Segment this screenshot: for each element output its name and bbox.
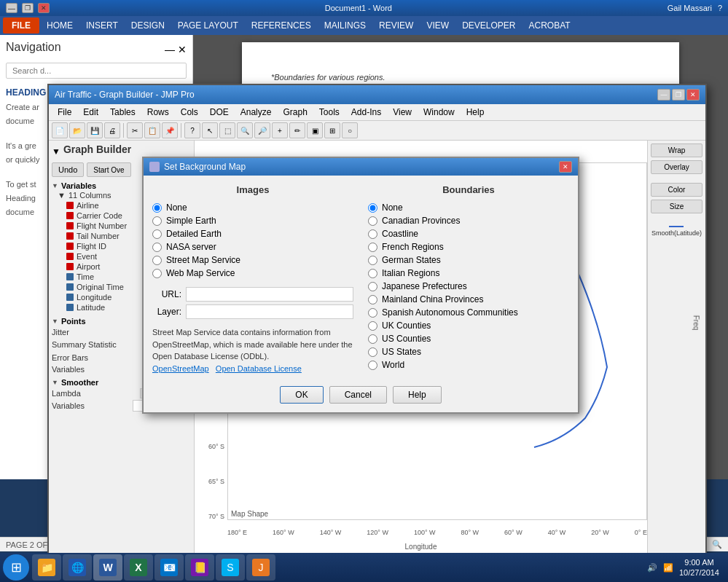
radio-spanish-communities[interactable]: Spanish Autonomous Communities [368, 307, 569, 318]
taskbar-jmp[interactable]: J [246, 554, 275, 581]
arrow-tool[interactable]: ↖ [202, 122, 218, 138]
jmp-rows-menu[interactable]: Rows [141, 106, 175, 119]
close-btn-os[interactable]: ✕ [38, 3, 50, 13]
ok-button[interactable]: OK [280, 386, 323, 404]
restore-btn[interactable]: ❐ [22, 3, 34, 13]
radio-web-map[interactable]: Web Map Service [152, 268, 353, 278]
radio-street-map[interactable]: Street Map Service [152, 255, 353, 265]
paste-btn[interactable]: 📌 [162, 122, 178, 138]
taskbar-ie[interactable]: 🌐 [63, 554, 92, 581]
radio-uk-counties[interactable]: UK Counties [368, 321, 569, 331]
circle-btn[interactable]: ○ [342, 122, 358, 138]
undo-btn[interactable]: Undo [52, 162, 84, 177]
radio-italian-regions[interactable]: Italian Regions [368, 268, 569, 278]
taskbar-explorer[interactable]: 📁 [32, 554, 61, 581]
jmp-analyze-menu[interactable]: Analyze [235, 106, 278, 119]
select-tool[interactable]: ⬚ [219, 122, 235, 138]
home-menu[interactable]: HOME [41, 19, 79, 32]
help-button[interactable]: Help [393, 386, 442, 404]
save-btn[interactable]: 💾 [87, 122, 103, 138]
jmp-doe-menu[interactable]: DOE [204, 106, 235, 119]
copy-btn[interactable]: 📋 [144, 122, 160, 138]
jmp-help-menu[interactable]: Help [461, 106, 490, 119]
images-radio-group: None Simple Earth Detailed Earth NASA se… [152, 202, 353, 278]
nav-close-icon[interactable]: ✕ [178, 44, 187, 55]
jmp-tools-menu[interactable]: Tools [313, 106, 345, 119]
size-btn[interactable]: Size [651, 200, 702, 213]
print-btn[interactable]: 🖨 [104, 122, 120, 138]
taskbar-skype[interactable]: S [216, 554, 245, 581]
radio-coastline[interactable]: Coastline [368, 229, 569, 239]
jmp-close-btn[interactable]: ✕ [686, 89, 700, 101]
open-database-link[interactable]: Open Database License [216, 364, 302, 373]
radio-us-states[interactable]: US States [368, 347, 569, 357]
jmp-tables-menu[interactable]: Tables [104, 106, 141, 119]
acrobat-menu[interactable]: ACROBAT [522, 19, 576, 32]
page-layout-menu[interactable]: PAGE LAYOUT [172, 19, 244, 32]
jmp-view-menu[interactable]: View [387, 106, 418, 119]
nav-minimize-icon[interactable]: — [165, 44, 175, 55]
zoom-icon[interactable]: 🔍 [712, 540, 722, 549]
jmp-graph-menu[interactable]: Graph [277, 106, 313, 119]
references-menu[interactable]: REFERENCES [246, 19, 317, 32]
radio-us-counties[interactable]: US Counties [368, 334, 569, 344]
jmp-cols-menu[interactable]: Cols [175, 106, 204, 119]
color-btn[interactable]: Color [651, 183, 702, 197]
jmp-restore-btn[interactable]: ❐ [672, 89, 685, 101]
frame-btn[interactable]: ▣ [307, 122, 323, 138]
layer-row: Layer: [152, 304, 353, 319]
taskbar-onenote[interactable]: 📒 [185, 554, 214, 581]
open-btn[interactable]: 📂 [69, 122, 85, 138]
new-btn[interactable]: 📄 [52, 122, 68, 138]
dialog-close-btn[interactable]: ✕ [559, 161, 572, 173]
radio-mainland-china[interactable]: Mainland China Provinces [368, 294, 569, 304]
nav-search-input[interactable] [6, 63, 187, 79]
insert-menu[interactable]: INSERT [80, 19, 124, 32]
url-input[interactable] [186, 287, 353, 302]
jmp-window-menu[interactable]: Window [418, 106, 461, 119]
cancel-button[interactable]: Cancel [329, 386, 387, 404]
wrap-btn[interactable]: Wrap [651, 143, 702, 157]
radio-world[interactable]: World [368, 360, 569, 370]
view-menu[interactable]: VIEW [420, 19, 455, 32]
minimize-btn[interactable]: — [6, 3, 17, 13]
jmp-edit-menu[interactable]: Edit [77, 106, 104, 119]
tree-expand-icon[interactable]: ▼ [58, 191, 66, 200]
zoom-in-btn[interactable]: 🔍 [237, 122, 253, 138]
help-icon[interactable]: ? [718, 4, 722, 12]
openstreetmap-link[interactable]: OpenStreetMap [152, 364, 209, 373]
jmp-minimize-btn[interactable]: — [657, 89, 670, 101]
taskbar-excel[interactable]: X [124, 554, 153, 581]
radio-canadian-provinces[interactable]: Canadian Provinces [368, 216, 569, 226]
layer-input[interactable] [186, 304, 353, 319]
taskbar-word[interactable]: W [93, 554, 122, 581]
jmp-addins-menu[interactable]: Add-Ins [345, 106, 387, 119]
design-menu[interactable]: DESIGN [125, 19, 171, 32]
radio-none-b[interactable]: None [368, 202, 569, 213]
annotate-btn[interactable]: ✏ [289, 122, 305, 138]
start-button[interactable]: ⊞ [3, 554, 29, 581]
layout-btn[interactable]: ⊞ [324, 122, 340, 138]
radio-french-regions[interactable]: French Regions [368, 242, 569, 252]
start-overlay-btn[interactable]: Start Ove [87, 162, 130, 177]
taskbar-outlook[interactable]: 📧 [154, 554, 184, 581]
file-menu[interactable]: FILE [3, 17, 39, 34]
pan-btn[interactable]: + [272, 122, 288, 138]
overlay-btn[interactable]: Overlay [651, 160, 702, 174]
network-icon[interactable]: 📶 [663, 563, 673, 573]
gb-collapse-icon[interactable]: ▼ [52, 146, 60, 157]
radio-simple-earth[interactable]: Simple Earth [152, 216, 353, 226]
review-menu[interactable]: REVIEW [373, 19, 419, 32]
help-tool-btn[interactable]: ? [184, 122, 200, 138]
jmp-file-menu[interactable]: File [52, 106, 77, 119]
radio-nasa-server[interactable]: NASA server [152, 242, 353, 252]
cut-btn[interactable]: ✂ [127, 122, 143, 138]
radio-german-states[interactable]: German States [368, 255, 569, 265]
radio-none-img[interactable]: None [152, 202, 353, 213]
zoom-out-btn[interactable]: 🔎 [254, 122, 270, 138]
developer-menu[interactable]: DEVELOPER [456, 19, 521, 32]
radio-detailed-earth[interactable]: Detailed Earth [152, 229, 353, 239]
radio-japanese-prefectures[interactable]: Japanese Prefectures [368, 281, 569, 291]
mailings-menu[interactable]: MAILINGS [318, 19, 372, 32]
speaker-icon[interactable]: 🔊 [647, 563, 657, 573]
